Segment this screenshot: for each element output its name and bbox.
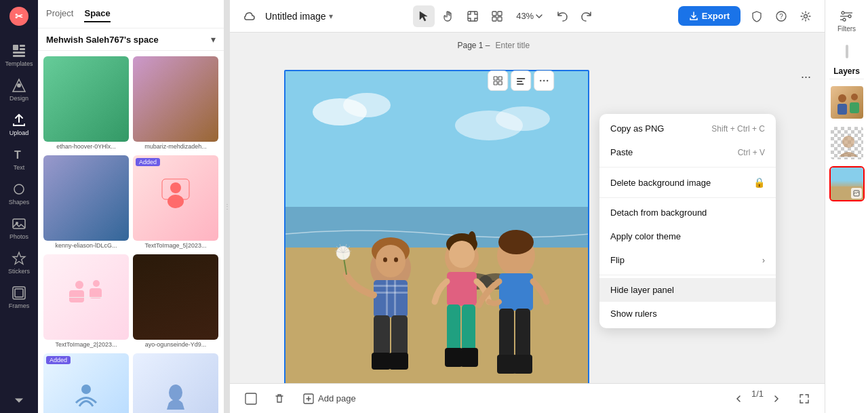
sidebar-item-frames[interactable]: Frames xyxy=(0,280,38,315)
svg-point-58 xyxy=(383,258,387,262)
svg-text:?: ? xyxy=(779,13,783,20)
canvas-image[interactable] xyxy=(285,71,588,383)
sidebar-item-shapes[interactable]: Shapes xyxy=(0,176,38,211)
svg-rect-29 xyxy=(492,12,496,16)
svg-point-101 xyxy=(838,94,846,102)
sidebar-item-design[interactable]: Design xyxy=(0,73,38,107)
image-label-5: TextToImage_2|2023... xyxy=(43,340,129,349)
svg-point-95 xyxy=(842,12,844,14)
top-bar: Untitled image ▾ 43% xyxy=(230,0,825,33)
sidebar-item-stickers[interactable]: Stickers xyxy=(0,245,38,280)
layer-thumb-3[interactable] xyxy=(829,166,865,201)
sidebar-collapse-btn[interactable] xyxy=(0,387,38,413)
sidebar-item-upload[interactable]: Upload xyxy=(0,107,38,142)
app-logo[interactable]: ✂ xyxy=(8,5,30,27)
ctx-delete-bg-label: Delete background image xyxy=(610,178,711,188)
svg-rect-62 xyxy=(374,292,408,294)
ctx-hide-layer[interactable]: Hide layer panel xyxy=(599,278,776,302)
svg-rect-84 xyxy=(445,348,462,367)
toolbar-icons: 43% xyxy=(413,5,597,27)
tab-project[interactable]: Project xyxy=(46,5,73,22)
prev-page-btn[interactable] xyxy=(728,389,749,409)
cloud-save-icon[interactable] xyxy=(238,5,260,27)
image-label-6: ayo-ogunseinde-Yd9... xyxy=(133,340,218,349)
next-page-btn[interactable] xyxy=(766,389,787,409)
image-thumb-2[interactable] xyxy=(133,56,218,142)
shield-icon[interactable] xyxy=(746,5,768,27)
hand-tool-btn[interactable] xyxy=(437,5,459,27)
ctx-copy-png[interactable]: Copy as PNG Shift + Ctrl + C xyxy=(599,117,776,140)
space-selector[interactable]: Mehwish Saleh767's space ▾ xyxy=(38,28,224,51)
svg-rect-74 xyxy=(391,315,408,356)
image-thumb-6[interactable] xyxy=(133,254,218,340)
image-thumb-4[interactable]: Added xyxy=(133,155,218,241)
list-item: 0dcfb548989afdf22... xyxy=(133,353,218,413)
grid-view-btn[interactable] xyxy=(486,5,508,27)
svg-point-17 xyxy=(167,195,184,208)
list-item: TextToImage_2|2023... xyxy=(43,254,129,349)
sidebar-item-templates[interactable]: Templates xyxy=(0,38,38,73)
sidebar-item-label-design: Design xyxy=(9,95,28,102)
expand-panel-btn[interactable] xyxy=(795,389,814,408)
layer-thumb-2[interactable] xyxy=(829,125,865,161)
svg-rect-42 xyxy=(517,83,524,85)
ctx-delete-bg[interactable]: Delete background image 🔒 xyxy=(599,170,776,195)
ctx-color-theme-label: Apply color theme xyxy=(610,231,681,241)
sidebar-item-text[interactable]: T Text xyxy=(0,142,38,176)
file-name-text: Untitled image xyxy=(265,11,326,22)
list-item: Added TextToImage_5|2023... xyxy=(133,155,218,250)
svg-rect-102 xyxy=(837,104,847,115)
tab-space[interactable]: Space xyxy=(84,5,110,22)
image-thumb-3[interactable] xyxy=(43,155,129,241)
settings-icon[interactable] xyxy=(795,5,816,27)
layout-icon-btn[interactable] xyxy=(488,71,508,91)
svg-rect-89 xyxy=(499,309,514,359)
frame-tool-btn[interactable] xyxy=(462,5,484,27)
image-label-1: ethan-hoover-0YHlx... xyxy=(43,142,129,151)
ctx-detach-bg[interactable]: Detach from background xyxy=(599,201,776,224)
layers-panel: Filters Layers xyxy=(825,0,868,413)
main-area: Untitled image ▾ 43% xyxy=(230,0,825,413)
ctx-flip[interactable]: Flip › xyxy=(599,248,776,272)
sidebar-item-label-stickers: Stickers xyxy=(8,268,30,275)
svg-rect-93 xyxy=(245,393,256,404)
ctx-paste[interactable]: Paste Ctrl + V xyxy=(599,140,776,164)
ctx-color-theme[interactable]: Apply color theme xyxy=(599,224,776,248)
svg-rect-46 xyxy=(285,71,589,220)
canvas-more-options-btn[interactable]: ··· xyxy=(801,70,811,84)
frame-thumb-btn[interactable] xyxy=(241,389,261,409)
panel-resize-handle[interactable]: ⋮ xyxy=(224,0,230,413)
delete-page-btn[interactable] xyxy=(269,389,290,409)
image-thumb-5[interactable] xyxy=(43,254,129,340)
page-title-input[interactable] xyxy=(496,41,597,50)
help-icon[interactable]: ? xyxy=(770,5,792,27)
svg-point-8 xyxy=(17,83,21,87)
svg-point-25 xyxy=(169,385,182,401)
filters-btn[interactable]: Filters xyxy=(835,5,859,37)
image-label-3: kenny-eliason-lDLcG... xyxy=(43,241,129,250)
zoom-control[interactable]: 43% xyxy=(511,8,549,24)
svg-point-97 xyxy=(843,18,846,21)
select-tool-btn[interactable] xyxy=(413,5,435,27)
export-button[interactable]: Export xyxy=(678,6,741,26)
svg-point-105 xyxy=(842,136,854,148)
ctx-show-rulers[interactable]: Show rulers xyxy=(599,302,776,326)
sidebar-item-photos[interactable]: Photos xyxy=(0,211,38,245)
svg-rect-22 xyxy=(90,288,102,298)
grid-view-canvas-btn[interactable] xyxy=(511,71,531,91)
svg-rect-81 xyxy=(447,272,477,306)
layer-thumb-1[interactable] xyxy=(829,85,865,120)
svg-rect-5 xyxy=(13,52,25,54)
image-thumb-1[interactable] xyxy=(43,56,129,142)
image-thumb-7[interactable]: Added xyxy=(43,353,129,413)
undo-btn[interactable] xyxy=(551,5,573,27)
redo-btn[interactable] xyxy=(576,5,597,27)
image-thumb-8[interactable] xyxy=(133,353,218,413)
file-name-chevron-icon: ▾ xyxy=(329,12,333,21)
more-options-canvas-btn[interactable] xyxy=(534,71,554,91)
ctx-divider-2 xyxy=(599,197,776,198)
file-name[interactable]: Untitled image ▾ xyxy=(265,11,333,22)
image-label-2: mubariz-mehdizadeh... xyxy=(133,142,218,151)
sidebar-item-label-frames: Frames xyxy=(9,302,30,309)
add-page-btn[interactable]: Add page xyxy=(298,391,361,407)
